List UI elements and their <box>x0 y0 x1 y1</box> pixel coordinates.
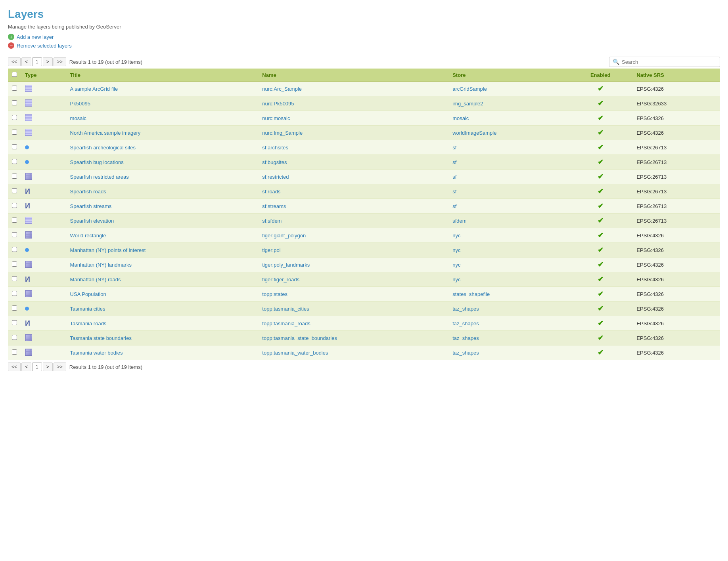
row-name[interactable]: nurc:Arc_Sample <box>258 82 448 96</box>
row-store[interactable]: taz_shapes <box>448 331 568 345</box>
first-page-button[interactable]: << <box>8 57 21 66</box>
row-store[interactable]: sf <box>448 199 568 214</box>
row-name[interactable]: topp:tasmania_water_bodies <box>258 345 448 360</box>
remove-layers-link[interactable]: − Remove selected layers <box>8 42 720 49</box>
row-store[interactable]: sf <box>448 155 568 170</box>
row-title[interactable]: Spearfish streams <box>66 199 259 214</box>
row-checkbox[interactable] <box>12 261 17 267</box>
row-store[interactable]: img_sample2 <box>448 96 568 111</box>
row-name[interactable]: nurc:Img_Sample <box>258 126 448 140</box>
row-checkbox[interactable] <box>12 349 17 355</box>
row-store[interactable]: nyc <box>448 243 568 258</box>
row-store[interactable]: nyc <box>448 258 568 272</box>
row-checkbox[interactable] <box>12 291 17 296</box>
row-store[interactable]: sf <box>448 140 568 155</box>
row-checkbox[interactable] <box>12 100 17 105</box>
row-name[interactable]: sf:roads <box>258 184 448 199</box>
row-name[interactable]: topp:states <box>258 287 448 301</box>
row-name[interactable]: tiger:giant_polygon <box>258 228 448 243</box>
row-store[interactable]: taz_shapes <box>448 316 568 331</box>
row-type <box>21 228 66 243</box>
row-checkbox[interactable] <box>12 335 17 340</box>
row-name[interactable]: tiger:tiger_roads <box>258 272 448 287</box>
row-name[interactable]: sf:archsites <box>258 140 448 155</box>
row-title[interactable]: Tasmania roads <box>66 316 259 331</box>
last-page-button[interactable]: >> <box>54 57 66 66</box>
row-title[interactable]: Spearfish bug locations <box>66 155 259 170</box>
row-checkbox[interactable] <box>12 188 17 193</box>
row-checkbox[interactable] <box>12 159 17 164</box>
row-title[interactable]: World rectangle <box>66 228 259 243</box>
row-store[interactable]: sfdem <box>448 214 568 228</box>
row-title[interactable]: Manhattan (NY) points of interest <box>66 243 259 258</box>
row-type <box>21 345 66 360</box>
row-store[interactable]: taz_shapes <box>448 345 568 360</box>
next-page-button[interactable]: > <box>43 57 53 66</box>
select-all-checkbox[interactable] <box>12 72 17 77</box>
row-store[interactable]: mosaic <box>448 111 568 126</box>
row-checkbox[interactable] <box>12 174 17 179</box>
row-checkbox[interactable] <box>12 276 17 281</box>
row-title[interactable]: Spearfish archeological sites <box>66 140 259 155</box>
row-name[interactable]: topp:tasmania_cities <box>258 301 448 316</box>
row-store[interactable]: arcGridSample <box>448 82 568 96</box>
row-checkbox[interactable] <box>12 203 17 208</box>
footer-next-page-button[interactable]: > <box>43 363 53 371</box>
prev-page-button[interactable]: < <box>21 57 31 66</box>
row-store[interactable]: nyc <box>448 272 568 287</box>
row-checkbox[interactable] <box>12 320 17 325</box>
footer-current-page: 1 <box>32 363 42 371</box>
row-checkbox[interactable] <box>12 130 17 135</box>
footer-first-page-button[interactable]: << <box>8 363 21 371</box>
row-title[interactable]: Tasmania state boundaries <box>66 331 259 345</box>
row-name[interactable]: sf:restricted <box>258 170 448 184</box>
row-title[interactable]: Tasmania cities <box>66 301 259 316</box>
row-checkbox[interactable] <box>12 232 17 237</box>
row-store[interactable]: sf <box>448 170 568 184</box>
row-checkbox[interactable] <box>12 115 17 120</box>
line-icon: И <box>25 319 30 328</box>
row-title[interactable]: Manhattan (NY) roads <box>66 272 259 287</box>
row-name[interactable]: sf:sfdem <box>258 214 448 228</box>
row-enabled: ✔ <box>568 170 632 184</box>
col-store: Store <box>448 69 568 82</box>
row-title[interactable]: North America sample imagery <box>66 126 259 140</box>
row-checkbox[interactable] <box>12 305 17 311</box>
row-checkbox[interactable] <box>12 247 17 252</box>
row-name[interactable]: sf:streams <box>258 199 448 214</box>
row-title[interactable]: Tasmania water bodies <box>66 345 259 360</box>
add-layer-link[interactable]: + Add a new layer <box>8 34 720 40</box>
row-name[interactable]: tiger:poly_landmarks <box>258 258 448 272</box>
row-title[interactable]: Spearfish restricted areas <box>66 170 259 184</box>
row-store[interactable]: worldImageSample <box>448 126 568 140</box>
row-store[interactable]: sf <box>448 184 568 199</box>
col-name: Name <box>258 69 448 82</box>
row-name[interactable]: nurc:Pk50095 <box>258 96 448 111</box>
row-name[interactable]: topp:tasmania_roads <box>258 316 448 331</box>
footer-prev-page-button[interactable]: < <box>21 363 31 371</box>
row-name[interactable]: tiger:poi <box>258 243 448 258</box>
row-title[interactable]: Pk50095 <box>66 96 259 111</box>
row-checkbox[interactable] <box>12 144 17 149</box>
table-row: Manhattan (NY) points of interesttiger:p… <box>8 243 720 258</box>
table-row: ИSpearfish roadssf:roadssf✔EPSG:26713 <box>8 184 720 199</box>
row-store[interactable]: states_shapefile <box>448 287 568 301</box>
row-name[interactable]: sf:bugsites <box>258 155 448 170</box>
row-title[interactable]: USA Population <box>66 287 259 301</box>
raster-icon <box>25 99 32 107</box>
row-checkbox[interactable] <box>12 218 17 223</box>
row-name[interactable]: topp:tasmania_state_boundaries <box>258 331 448 345</box>
point-icon <box>25 307 29 311</box>
search-input[interactable] <box>622 59 717 65</box>
row-store[interactable]: taz_shapes <box>448 301 568 316</box>
row-title[interactable]: mosaic <box>66 111 259 126</box>
row-checkbox[interactable] <box>12 86 17 91</box>
row-store[interactable]: nyc <box>448 228 568 243</box>
row-title[interactable]: A sample ArcGrid file <box>66 82 259 96</box>
row-title[interactable]: Spearfish roads <box>66 184 259 199</box>
row-title[interactable]: Spearfish elevation <box>66 214 259 228</box>
row-name[interactable]: nurc:mosaic <box>258 111 448 126</box>
row-title[interactable]: Manhattan (NY) landmarks <box>66 258 259 272</box>
raster-icon <box>25 217 32 224</box>
footer-last-page-button[interactable]: >> <box>54 363 66 371</box>
